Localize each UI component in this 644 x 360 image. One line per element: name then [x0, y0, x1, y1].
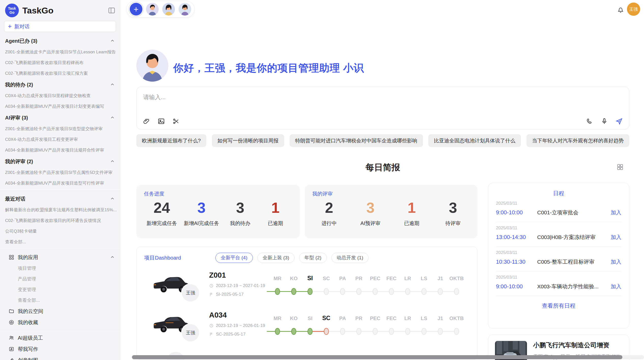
milestone-station: FEC: [383, 313, 400, 340]
chevron-up-icon[interactable]: [110, 255, 115, 260]
sidebar-task-item[interactable]: C0X4-动力总成开发项目SI里程碑提交物检查: [5, 91, 116, 101]
suggestion-chip[interactable]: 比亚迪全固态电池计划具体说了什么: [428, 134, 521, 147]
sidebar-task-item[interactable]: A034-全新新能源MUV产品开发项目造型可行性评审: [5, 178, 116, 189]
chevron-up-icon[interactable]: [110, 38, 115, 43]
phone-icon[interactable]: [586, 117, 593, 125]
sidebar-task-item[interactable]: C0X4-动力总成开发项目工程变更评审: [5, 134, 116, 145]
schedule-list: 2025/03/11 9:00-10:00 C001-立项审批会 加入 2025…: [496, 197, 621, 296]
tab-all-new-platform[interactable]: 全新平台 (4): [215, 253, 253, 263]
section-agent-done[interactable]: Agent已办 (3): [5, 35, 116, 47]
join-button[interactable]: 加入: [611, 209, 621, 216]
chevron-up-icon[interactable]: [110, 115, 115, 120]
chevron-up-icon[interactable]: [110, 196, 115, 201]
project-row-a034[interactable]: 王强 A034 2023-12-19 ~ 2026-01-19 SC-2025-…: [137, 306, 477, 346]
join-button[interactable]: 加入: [611, 283, 621, 290]
send-icon[interactable]: [615, 117, 623, 125]
stat-value: 3: [356, 199, 385, 216]
star-badge-icon: [9, 320, 14, 325]
milestone-label: PEC: [367, 276, 383, 281]
sidebar-item-favorites[interactable]: 我的收藏: [5, 317, 116, 328]
recent-chat-item[interactable]: 解释最新出台的欧盟报废车法规再生塑料比例被调至15%...: [5, 205, 116, 215]
event-date: 2025/03/11: [496, 275, 621, 280]
app-sub-item[interactable]: 查看全部...: [5, 295, 116, 306]
horizontal-scrollbar-track[interactable]: [131, 355, 644, 359]
milestone-connector: [394, 291, 405, 292]
sidebar-task-item[interactable]: Z001-全新燃油皮卡产品开发项目SI节点Lesson Learn报告: [5, 47, 116, 57]
app-sub-item[interactable]: 变更管理: [5, 284, 116, 295]
image-icon[interactable]: [157, 117, 165, 125]
sidebar-task-item[interactable]: Z001-全新燃油轻卡产品开发项目SI节点属性5D文件评审: [5, 167, 116, 178]
tab-all-new-body[interactable]: 全新上装 (3): [257, 253, 295, 263]
layout-grid-icon[interactable]: [616, 163, 624, 171]
sidebar-item-creative-draw[interactable]: 创意制图: [5, 355, 116, 360]
sidebar-task-item[interactable]: Z001-全新燃油轻卡产品开发项目SI造型提交物评审: [5, 124, 116, 134]
milestone-label: KO: [286, 316, 302, 321]
section-title: AI评审 (3): [5, 114, 110, 121]
suggestion-chip[interactable]: 欧洲新规最近颁布了什么?: [136, 134, 206, 147]
user-avatar-text: 王强: [629, 6, 638, 12]
milestone-dot: [405, 288, 410, 295]
milestone-label: J1: [432, 276, 448, 281]
stat-value: 3: [439, 199, 467, 216]
attachment-icon[interactable]: [143, 117, 150, 125]
horizontal-scrollbar-thumb[interactable]: [132, 355, 622, 359]
recent-chats-list: 解释最新出台的欧盟报废车法规再生塑料比例被调至15%...C02-飞腾新能源轻客…: [5, 205, 116, 247]
app-sub-item[interactable]: 项目管理: [5, 263, 116, 274]
my-review-list: Z001-全新燃油轻卡产品开发项目SI节点属性5D文件评审A034-全新新能源M…: [5, 167, 116, 189]
sidebar-item-cloud-space[interactable]: 我的云空间: [5, 306, 116, 317]
section-recent-chats[interactable]: 最近对话: [5, 193, 116, 205]
milestone-station: PEC: [367, 313, 383, 340]
milestone-label: PR: [351, 276, 367, 281]
notification-bell-icon[interactable]: [617, 6, 624, 14]
recent-chat-item[interactable]: 公司Q3轻卡销量: [5, 226, 116, 237]
section-my-review[interactable]: 我的评审 (2): [5, 156, 116, 167]
chat-input[interactable]: [143, 91, 525, 103]
tab-year-model[interactable]: 年型 (2): [299, 253, 327, 263]
logo-text-top: Task: [8, 6, 16, 10]
recent-chat-item[interactable]: C02-飞腾新能源轻客改款项目的闭环通告反馈情况: [5, 215, 116, 226]
stat-value: 2: [315, 199, 343, 216]
sidebar-item-help-write[interactable]: 帮我写作: [5, 343, 116, 355]
agent-avatar-2[interactable]: [162, 3, 175, 16]
suggestion-chip[interactable]: 当下年轻人对汽车外观有怎样的喜好趋势: [526, 134, 629, 147]
chevron-up-icon[interactable]: [110, 159, 115, 164]
milestone-connector: [296, 291, 308, 292]
add-agent-button[interactable]: +: [130, 3, 142, 16]
sidebar-item-my-apps[interactable]: 我的应用: [5, 252, 116, 263]
sidebar-task-item[interactable]: C02-飞腾新能源轻客改款项目里程碑画布: [5, 57, 116, 68]
microphone-icon[interactable]: [601, 117, 608, 125]
milestone-label: LR: [400, 316, 416, 321]
join-button[interactable]: 加入: [611, 234, 621, 241]
milestone-station: LR: [400, 313, 416, 340]
schedule-event: 2025/03/11 9:00-10:00 C001-立项审批会 加入: [496, 197, 621, 222]
milestone-station: PR: [351, 313, 367, 340]
user-avatar[interactable]: 王强: [627, 3, 640, 16]
section-ai-review[interactable]: AI评审 (3): [5, 112, 116, 124]
new-chat-button[interactable]: + 新对话: [4, 21, 116, 32]
milestone-label: FEC: [383, 316, 400, 321]
chevron-up-icon[interactable]: [110, 82, 115, 87]
event-name: C003|H0B-方案冻结评审: [537, 234, 611, 241]
sidebar-collapse-icon[interactable]: [108, 7, 115, 14]
milestone-dot: [291, 288, 296, 295]
suggestion-chip[interactable]: 特朗普可能对进口汽车增税会对中国车企造成哪些影响: [290, 134, 423, 147]
scissors-icon[interactable]: [172, 117, 180, 125]
project-row-z001[interactable]: 王强 Z001 2023-12-19 ~ 2027-01-19 SI-2025-…: [137, 266, 477, 306]
sidebar-item-ai-super-staff[interactable]: AI超级员工: [5, 332, 116, 343]
agent-avatar-3[interactable]: [179, 3, 191, 16]
tab-powertrain-dev[interactable]: 动总开发 (1): [331, 253, 369, 263]
section-my-todo[interactable]: 我的待办 (2): [5, 79, 116, 91]
stat-label: 新增完成任务: [147, 220, 177, 227]
agent-avatar-1[interactable]: [146, 3, 159, 16]
sidebar-task-item[interactable]: A034-全新新能源MUV产品开发项目法规符合性评审: [5, 145, 116, 156]
suggestion-chips: 欧洲新规最近颁布了什么?如何写一份清晰的项目周报特朗普可能对进口汽车增税会对中国…: [136, 134, 629, 147]
recent-chat-item[interactable]: 查看全部...: [5, 237, 116, 247]
app-sub-item[interactable]: 产品管理: [5, 274, 116, 284]
view-all-schedule-link[interactable]: 查看所有日程: [496, 302, 621, 310]
sidebar-task-item[interactable]: C02-飞腾新能源轻客改款项目立项汇报方案: [5, 68, 116, 79]
suggestion-chip[interactable]: 如何写一份清晰的项目周报: [212, 134, 284, 147]
join-button[interactable]: 加入: [611, 258, 621, 265]
sidebar-task-item[interactable]: A034-全新新能源MUV产品开发项目计划变更表编写: [5, 101, 116, 112]
sidebar-header: Task Go TaskGo: [0, 0, 120, 17]
stat-item: 1 已逾期: [398, 199, 426, 227]
